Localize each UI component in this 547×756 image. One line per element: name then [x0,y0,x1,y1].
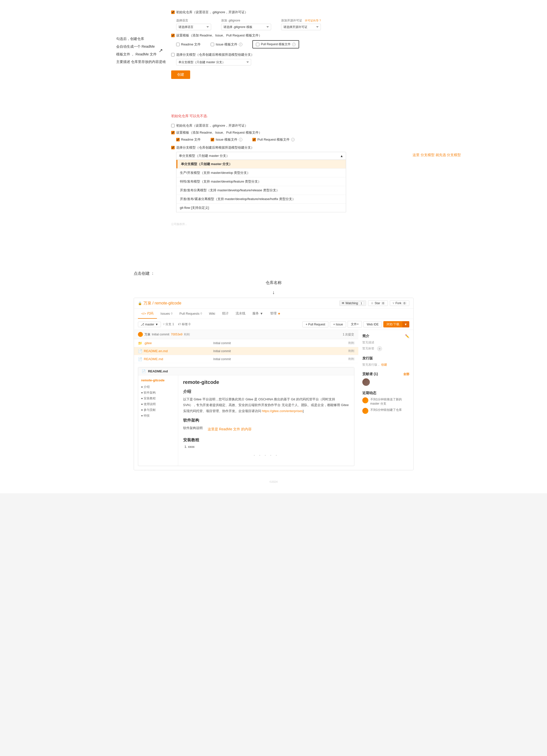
readme-label: Readme 文件 [181,42,201,47]
branch-count: ⑂ 分支 1 [163,322,174,326]
branch-model-label-s2: 选择分支模型（仓库创建后将根据所选模型创建分支） [176,145,254,150]
template-checkbox[interactable] [171,34,175,37]
sidebar-release-title: 发行版 [362,356,409,361]
tab-issues[interactable]: Issues 0 [157,309,176,318]
license-select[interactable]: 请选择开源许可证 [281,24,321,30]
tab-services[interactable]: 服务 ▼ [249,309,266,319]
web-ide-btn[interactable]: Web IDE [363,321,382,327]
readme-checkbox-s2[interactable] [176,138,180,141]
star-btn[interactable]: ☆ Star 0 [368,300,388,306]
view-arrow-btn[interactable]: ▼ [402,321,409,327]
sidebar-contributors: 贡献者 (1) 全部 [362,372,409,386]
add-tag-btn[interactable]: + [377,346,382,351]
branch-model-checkbox-s1[interactable] [171,53,175,56]
branch-option-4[interactable]: 开发/发布/紧凑分离模型（支持 master/develop/feature/r… [176,195,346,203]
watching-btn[interactable]: 👁 Watching 1 [339,300,366,306]
branch-model-label-s1: 选择分支模型（仓库创建后将根据所选模型创建分支） [176,52,254,57]
license-group: 添加开源许可证 许可证向导 ? 请选择开源许可证 [281,18,321,30]
tab-stats[interactable]: 统计 [219,309,232,319]
readme-label-s2: Readme 文件 [181,137,201,142]
sidebar: 简介 ✏️ 暂无描述 暂无标签 + 发行版 暂无发行版， [358,330,413,470]
pr-checkbox-s2[interactable] [252,138,256,141]
contributor-all-link[interactable]: 全部 [403,372,409,376]
branch-selector[interactable]: ⎇ master ▼ [138,322,161,327]
toc-item-3[interactable]: ● 使用说明 [141,401,175,407]
repo-main: 万泉 Initial commit 70053e9 刚刚 1 次提交 仓库维护的… [134,330,413,470]
repo-actions: 👁 Watching 1 ☆ Star 0 ⑂ Fork 0 [339,300,409,306]
repo-nav: </> 代码 Issues 0 Pull Requests 0 Wiki 统计 [134,309,413,319]
pr-badge: 0 [200,312,202,315]
release-create-link[interactable]: 创建 [381,363,387,366]
sidebar-activity: 近期动态 不到1分钟前推送了新的 master 分支 不到1分钟前创建了仓库 [362,391,409,414]
issue-template-s2: Issue 模板文件 i [211,137,242,142]
init-repo-checkbox-s2[interactable] [171,124,175,127]
gitignore-select[interactable]: 请选择 .gitignore 模板 [221,24,271,30]
branch-model-select-s1[interactable]: 单分支模型（只创建 master 分支） [176,59,251,65]
chevron-down-services: ▼ [260,312,263,315]
pr-label-s2: Pull Request 模板文件 [257,137,290,142]
readme-toc: remote-gitcode ● 介绍 ● 软件架构 ● 安装教程 ● 使用说明… [138,375,178,466]
issue-checkbox-s2[interactable] [211,138,214,141]
sidebar-tag-row: 暂无标签 + [362,346,409,351]
tab-pr[interactable]: Pull Requests 0 [176,309,205,318]
repo-name[interactable]: 万泉 / remote-gitcode [143,301,181,306]
tab-pipeline[interactable]: 流水线 [232,309,249,319]
branch-model-checkbox-s2[interactable] [171,146,175,149]
file-time-readme: 刚刚 [348,357,354,361]
branch-dropdown-value: 单分支模型（只创建 master 分支） [179,154,230,158]
tab-wiki[interactable]: Wiki [205,309,219,318]
sidebar-intro-empty: 暂无描述 [362,340,409,345]
branch-option-1[interactable]: 生产/开发模型（支持 master/develop 类型分支） [176,168,346,177]
pr-label: Pull Request 模板文件 [261,42,291,46]
repo-header: 🔒 万泉 / remote-gitcode 👁 Watching 1 ☆ Sta… [134,298,413,309]
repo-name-title: 仓库名称 [134,280,414,285]
readme-checkbox[interactable] [176,43,180,46]
init-repo-checkbox[interactable] [171,10,175,14]
readme-link[interactable]: https://gitee.com/enterprises [262,409,303,413]
template-checkbox-s2[interactable] [171,131,175,134]
branch-option-5[interactable]: git-flow [支持自定义] [176,203,346,212]
file-name-gitee[interactable]: .gitee [144,341,209,345]
file-btn[interactable]: 文件+ [348,321,362,328]
code-icon: </> [141,312,146,315]
branch-option-3[interactable]: 开发/发布分离模型（支持 master/develop/feature/rele… [176,186,346,195]
fork-btn[interactable]: ⑂ Fork 0 [390,300,409,306]
sidebar-intro-title: 简介 ✏️ [362,334,409,338]
readme-body: remote-gitcode ● 介绍 ● 软件架构 ● 安装教程 ● 使用说明… [138,375,354,466]
file-commit-readme: Initial commit [209,357,348,361]
fork-count: 0 [402,302,406,305]
sidebar-release: 发行版 暂无发行版， 创建 [362,356,409,367]
gitignore-group: 添加 .gitignore 请选择 .gitignore 模板 [221,18,271,30]
file-name-readme-en[interactable]: README.en.md [144,349,209,353]
view-btn[interactable]: 浏览/下载 [383,321,402,327]
tab-manage[interactable]: 管理 ★ [266,309,284,319]
toc-item-2[interactable]: ● 安装教程 [141,396,175,401]
issue-label: Issue 模板文件 [216,42,237,47]
click-create-label: 点击创建 ： [134,271,414,276]
toc-item-0[interactable]: ● 介绍 [141,384,175,390]
issue-checkbox[interactable] [211,43,214,46]
repo-toolbar: ⎇ master ▼ ⑂ 分支 1 🏷 标签 0 + Pull Request … [134,319,413,330]
toc-item-5[interactable]: ● 特技 [141,413,175,419]
branch-option-0[interactable]: 单分支模型（只创建 master 分支） [176,160,346,168]
toc-item-4[interactable]: ● 参与贡献 [141,407,175,413]
branch-dropdown-trigger[interactable]: 单分支模型（只创建 master 分支） ▲ [176,152,346,160]
toc-item-1[interactable]: ● 软件架构 [141,390,175,396]
branch-option-2[interactable]: 特性/发布模型（支持 master/develop/feature 类型分支） [176,177,346,186]
create-button-s1[interactable]: 创建 [171,70,190,79]
file-row-readme-en: 📄 README.en.md Initial commit 刚刚 [134,347,358,355]
pr-checkbox[interactable] [256,43,259,46]
file-icon-readme: 📄 [138,357,142,361]
tab-code[interactable]: </> 代码 [138,309,157,319]
file-commit-readme-en: Initial commit [209,349,348,353]
language-select[interactable]: 请选择语言 [176,24,211,30]
folder-icon: 📁 [138,341,142,345]
pull-request-btn[interactable]: + Pull Request [303,321,328,327]
language-label: 选择语言 [176,18,211,23]
issue-btn[interactable]: + Issue [330,321,346,327]
edit-icon[interactable]: ✏️ [405,334,409,338]
file-name-readme[interactable]: README.md [144,357,209,361]
pr-info-icon: i [292,43,296,46]
star-count: 0 [381,302,385,305]
orange-bar [176,160,177,168]
